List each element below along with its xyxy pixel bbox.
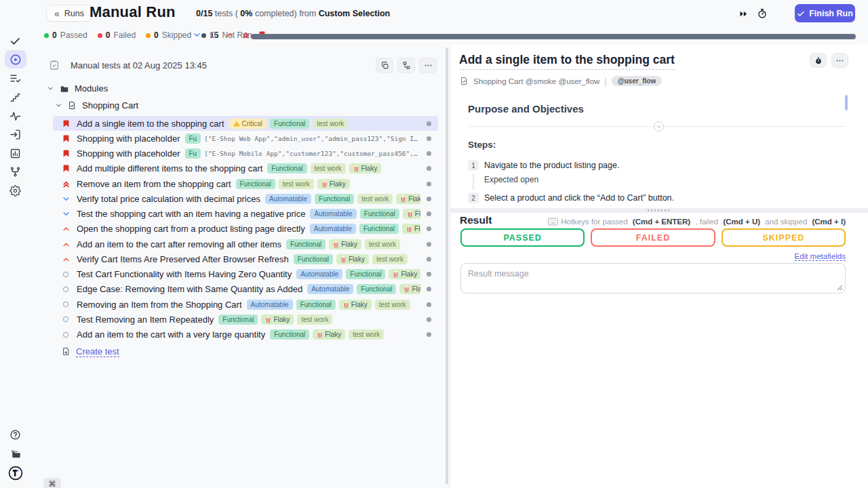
tag-flaky[interactable]: Flaky	[329, 239, 361, 249]
test-row[interactable]: Removing an Item from the Shopping CartA…	[53, 297, 438, 312]
skip-forward-icon[interactable]	[736, 7, 751, 20]
tag-automatable[interactable]: Automatable	[265, 194, 311, 204]
test-status-dot[interactable]	[427, 272, 431, 277]
tag-functional[interactable]: Functional	[294, 254, 333, 264]
test-row[interactable]: Test Removing an Item RepeatedlyFunction…	[53, 312, 438, 327]
result-message-input[interactable]	[460, 263, 846, 293]
test-row[interactable]: Open the shopping cart from a product li…	[53, 222, 438, 237]
left-panel-scrollbar[interactable]	[446, 47, 448, 485]
tag-functional[interactable]: Functional	[315, 194, 354, 204]
test-row[interactable]: Test Cart Functionality with Items Havin…	[53, 267, 438, 282]
description-scrollbar[interactable]	[845, 95, 848, 110]
brand-logo[interactable]	[5, 464, 26, 482]
test-row[interactable]: Test the shopping cart with an item havi…	[53, 207, 438, 222]
tag-flaky[interactable]: Flaky	[261, 314, 294, 325]
tree-node-modules[interactable]: Modules	[47, 80, 446, 97]
copy-run-button[interactable]	[376, 58, 393, 73]
edit-metafields-link[interactable]: Edit metafields	[795, 252, 846, 261]
run-progress-bar[interactable]	[251, 34, 856, 39]
test-status-dot[interactable]	[427, 151, 431, 156]
test-status-dot[interactable]	[427, 317, 431, 322]
test-status-dot[interactable]	[427, 302, 431, 307]
test-row[interactable]: Add multiple different items to the shop…	[53, 161, 438, 176]
tag-flaky[interactable]: Flaky	[399, 284, 420, 294]
result-skipped-button[interactable]: SKIPPED	[722, 228, 846, 247]
tag-flaky[interactable]: Flaky	[403, 209, 420, 219]
nav-tests-check-icon[interactable]	[5, 32, 26, 50]
tag-functional[interactable]: Functional	[296, 300, 336, 310]
tag-functional[interactable]: Functional	[218, 314, 258, 325]
test-row[interactable]: Verify Cart Items Are Preserved After Br…	[53, 251, 438, 266]
nav-analytics-icon[interactable]	[5, 144, 26, 163]
priority-filter-low-icon[interactable]	[192, 30, 202, 40]
priority-filter-normal-icon[interactable]	[208, 30, 218, 40]
test-detail-title[interactable]: Add a single item to the shopping cart	[459, 53, 675, 70]
tag-flaky[interactable]: Flaky	[317, 179, 350, 189]
tag-functional[interactable]: Functional	[346, 269, 385, 279]
help-icon[interactable]	[5, 426, 26, 444]
tag-testwork[interactable]: test work	[297, 314, 332, 325]
nav-runs-play-icon[interactable]	[5, 50, 26, 68]
tag-flaky[interactable]: Flaky	[389, 269, 420, 279]
tag-automatable[interactable]: Automatable	[310, 209, 356, 219]
tag-testwork[interactable]: test work	[357, 194, 393, 204]
tag-testwork[interactable]: test work	[365, 239, 400, 249]
priority-filter-high-icon[interactable]	[224, 30, 235, 40]
tag-flaky[interactable]: Flaky	[402, 224, 420, 234]
test-row[interactable]: Add a single item to the shopping cartCr…	[53, 116, 438, 131]
breadcrumb-text[interactable]: Shopping Cart @smoke @user_flow	[473, 77, 599, 85]
test-status-dot[interactable]	[427, 166, 431, 171]
timer-icon[interactable]	[755, 7, 770, 20]
test-row[interactable]: Verify total price calculation with deci…	[53, 191, 438, 206]
test-status-dot[interactable]	[427, 226, 431, 231]
tag-functional[interactable]: Functional	[270, 119, 309, 129]
test-status-dot[interactable]	[427, 332, 431, 337]
tag-testwork[interactable]: test work	[375, 300, 410, 310]
tag-functional[interactable]: Functional	[360, 209, 399, 219]
nav-checklist-icon[interactable]	[5, 69, 26, 87]
tag-testwork[interactable]: test work	[311, 163, 346, 174]
tag-functional[interactable]: Functional	[359, 224, 399, 234]
result-failed-button[interactable]: FAILED	[591, 228, 715, 247]
collapse-toggle[interactable]	[654, 121, 664, 131]
tag-flaky[interactable]: Flaky	[336, 254, 369, 264]
tag-flaky[interactable]: Flaky	[313, 329, 345, 340]
test-row[interactable]: Add an item to the cart with a very larg…	[53, 327, 438, 342]
priority-filter-critical-icon[interactable]	[241, 30, 251, 40]
test-row[interactable]: Add an item to the cart after removing a…	[53, 237, 438, 251]
user-flow-tag[interactable]: @user_flow	[612, 76, 662, 86]
tag-automatable[interactable]: Automatable	[247, 300, 293, 310]
nav-stairs-icon[interactable]	[5, 88, 26, 106]
more-options-button[interactable]	[419, 58, 437, 73]
back-to-runs-button[interactable]: « Runs	[46, 5, 92, 22]
tag-automatable[interactable]: Automatable	[310, 224, 356, 234]
tree-node-shopping-cart[interactable]: Shopping Cart	[55, 97, 446, 114]
tag-functional[interactable]: Functional	[357, 284, 396, 294]
result-passed-button[interactable]: PASSED	[460, 228, 585, 247]
test-status-dot[interactable]	[427, 242, 431, 247]
tag-param[interactable]: Fu	[185, 134, 201, 144]
test-status-dot[interactable]	[427, 287, 431, 291]
finish-run-button[interactable]: Finish Run	[795, 4, 855, 22]
panel-resize-handle[interactable]	[450, 208, 868, 213]
tag-functional[interactable]: Functional	[236, 179, 275, 189]
tag-flaky[interactable]: Flaky	[339, 300, 372, 310]
test-row[interactable]: Edge Case: Removing Item with Same Quant…	[53, 282, 438, 297]
nav-branch-icon[interactable]	[5, 163, 26, 181]
tag-flaky[interactable]: Flaky	[396, 194, 420, 204]
tag-functional[interactable]: Functional	[270, 329, 309, 340]
tag-automatable[interactable]: Automatable	[307, 284, 353, 294]
test-row[interactable]: Shopping with placeholderFu["E-Shop Mobi…	[53, 146, 438, 161]
more-options-button[interactable]	[831, 53, 848, 68]
test-row[interactable]: Shopping with placeholderFu["E-Shop Web …	[53, 131, 438, 146]
test-status-dot[interactable]	[427, 121, 431, 126]
tag-flaky[interactable]: Flaky	[349, 163, 382, 174]
nav-import-icon[interactable]	[5, 125, 26, 144]
command-shortcut-button[interactable]: ⌘	[43, 478, 61, 488]
test-status-dot[interactable]	[427, 257, 431, 262]
test-status-dot[interactable]	[427, 211, 431, 216]
test-status-dot[interactable]	[427, 182, 431, 186]
test-row[interactable]: Remove an item from the shopping cartFun…	[53, 176, 438, 191]
nav-settings-gear-icon[interactable]	[5, 182, 26, 200]
tag-critical[interactable]: Critical	[229, 119, 267, 129]
